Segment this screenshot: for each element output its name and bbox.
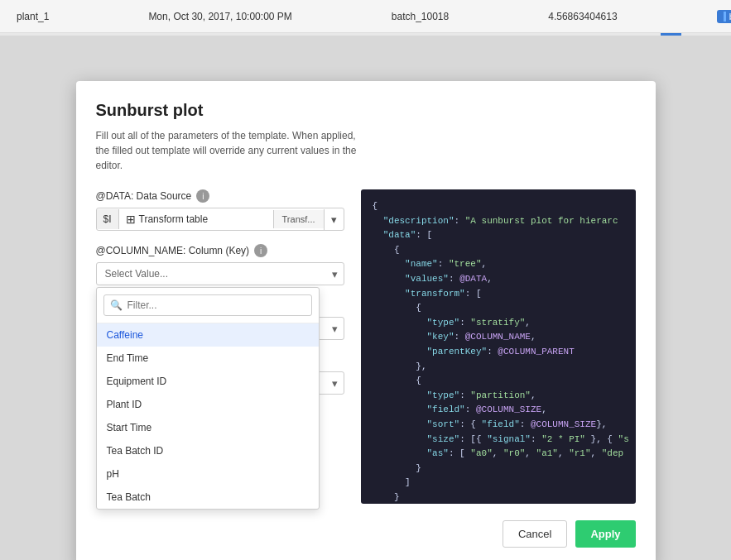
modal-body: @DATA: Data Source i $I ⊞ Transform tabl…	[96, 189, 636, 504]
form-panel: @DATA: Data Source i $I ⊞ Transform tabl…	[96, 189, 344, 504]
code-panel: { "description": "A sunburst plot for hi…	[361, 189, 636, 504]
column-key-label: @COLUMN_NAME: Column (Key) i	[96, 244, 344, 257]
badge-cell: batch_1001	[717, 10, 731, 23]
dropdown-item-ph[interactable]: pH	[97, 462, 319, 486]
data-source-group: @DATA: Data Source i $I ⊞ Transform tabl…	[96, 189, 344, 231]
code-line-5: "name": "tree",	[373, 257, 624, 272]
code-line-12: },	[373, 360, 624, 375]
column-key-select-wrapper: Select Value... ▾ 🔍 Caffeine	[96, 262, 344, 285]
data-source-info-icon[interactable]: i	[196, 189, 209, 203]
code-line-2: "description": "A sunburst plot for hier…	[373, 214, 624, 229]
code-line-7: "transform": [	[373, 287, 624, 302]
column-key-dropdown: 🔍 Caffeine End Time Equipment ID Plant I…	[96, 287, 320, 510]
search-icon-wrap: 🔍	[103, 294, 312, 316]
dropdown-item-equipment-id[interactable]: Equipment ID	[97, 370, 319, 393]
datasource-name: ⊞ Transform table	[119, 208, 273, 230]
code-line-6: "values": @DATA,	[373, 272, 624, 287]
dropdown-item-end-time[interactable]: End Time	[97, 347, 319, 370]
modal-title: Sunburst plot	[96, 101, 636, 120]
data-source-label: @DATA: Data Source i	[96, 189, 344, 203]
search-icon: 🔍	[110, 299, 123, 311]
code-line-13: {	[373, 374, 624, 389]
code-line-8: {	[373, 301, 624, 316]
column-key-select[interactable]: Select Value...	[96, 262, 344, 285]
batch-cell: batch_10018	[392, 11, 449, 22]
dropdown-item-tea-batch-id[interactable]: Tea Batch ID	[97, 439, 319, 462]
modal-overlay: Sunburst plot Fill out all of the parame…	[0, 36, 731, 560]
cancel-button[interactable]: Cancel	[503, 520, 567, 548]
batch-badge: batch_1001	[717, 10, 731, 23]
dropdown-item-caffeine[interactable]: Caffeine	[97, 323, 319, 347]
modal-description: Fill out all of the parameters of the te…	[96, 128, 361, 173]
code-line-16: "sort": { "field": @COLUMN_SIZE},	[373, 418, 624, 433]
dropdown-item-tea-batch[interactable]: Tea Batch	[97, 486, 319, 509]
table-icon: ⊞	[126, 213, 136, 226]
datasource-row: $I ⊞ Transform table Transf... ▾	[96, 208, 344, 231]
code-line-9: "type": "stratify",	[373, 316, 624, 331]
dropdown-item-start-time[interactable]: Start Time	[97, 416, 319, 439]
dropdown-search-area: 🔍	[97, 288, 319, 323]
code-line-4: {	[373, 243, 624, 258]
code-line-20: ]	[373, 476, 624, 491]
column-key-group: @COLUMN_NAME: Column (Key) i Select Valu…	[96, 244, 344, 285]
code-line-1: {	[373, 199, 624, 214]
dropdown-item-plant-id[interactable]: Plant ID	[97, 393, 319, 416]
modal-dialog: Sunburst plot Fill out all of the parame…	[76, 81, 656, 560]
code-line-19: }	[373, 462, 624, 476]
timestamp-cell: Mon, Oct 30, 2017, 10:00:00 PM	[148, 11, 291, 22]
code-line-15: "field": @COLUMN_SIZE,	[373, 403, 624, 418]
datasource-dropdown-arrow[interactable]: ▾	[324, 209, 344, 230]
apply-button[interactable]: Apply	[575, 520, 635, 548]
badge-bar-icon	[724, 12, 726, 22]
code-line-3: "data": [	[373, 228, 624, 243]
datasource-tag: $I	[97, 209, 119, 229]
value-cell: 4.56863404613	[548, 11, 617, 22]
code-line-18: "as": [ "a0", "r0", "a1", "r1", "dep	[373, 447, 624, 462]
column-key-info-icon[interactable]: i	[254, 244, 267, 257]
code-line-21: }	[373, 491, 624, 504]
background-table-row: plant_1 Mon, Oct 30, 2017, 10:00:00 PM b…	[0, 0, 731, 33]
transform-button[interactable]: Transf...	[273, 210, 324, 228]
code-line-17: "size": [{ "signal": "2 * PI" }, { "s	[373, 433, 624, 448]
modal-footer: Cancel Apply	[96, 520, 636, 548]
code-line-14: "type": "partition",	[373, 389, 624, 404]
plant-cell: plant_1	[17, 11, 49, 22]
code-line-10: "key": @COLUMN_NAME,	[373, 330, 624, 345]
code-line-11: "parentKey": @COLUMN_PARENT	[373, 345, 624, 360]
dropdown-filter-input[interactable]	[103, 294, 312, 316]
